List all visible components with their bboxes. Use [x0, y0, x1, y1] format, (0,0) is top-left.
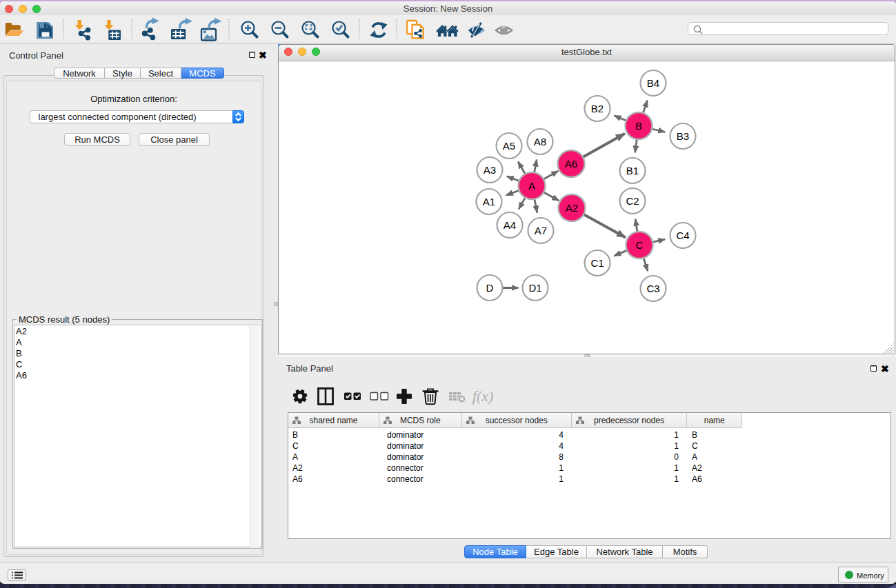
- svg-text:A8: A8: [534, 135, 546, 147]
- svg-text:D: D: [486, 281, 494, 293]
- svg-text:A2: A2: [566, 201, 578, 213]
- svg-text:A5: A5: [503, 139, 515, 151]
- svg-text:D1: D1: [528, 281, 541, 293]
- svg-text:B1: B1: [626, 164, 639, 176]
- svg-text:A3: A3: [484, 163, 496, 175]
- svg-text:A7: A7: [535, 224, 547, 236]
- svg-text:C3: C3: [646, 282, 659, 294]
- svg-text:B2: B2: [591, 102, 604, 114]
- svg-text:B3: B3: [677, 130, 689, 141]
- svg-text:C1: C1: [590, 256, 604, 268]
- svg-text:f(x): f(x): [472, 387, 494, 405]
- svg-text:A: A: [528, 179, 535, 191]
- svg-text:C2: C2: [626, 194, 639, 206]
- svg-text:B4: B4: [647, 77, 659, 88]
- svg-text:A1: A1: [483, 195, 495, 207]
- svg-text:C4: C4: [676, 229, 689, 241]
- svg-text:C: C: [636, 239, 644, 250]
- svg-text:A6: A6: [565, 157, 577, 169]
- svg-text:B: B: [635, 119, 642, 131]
- svg-text:A4: A4: [504, 219, 516, 230]
